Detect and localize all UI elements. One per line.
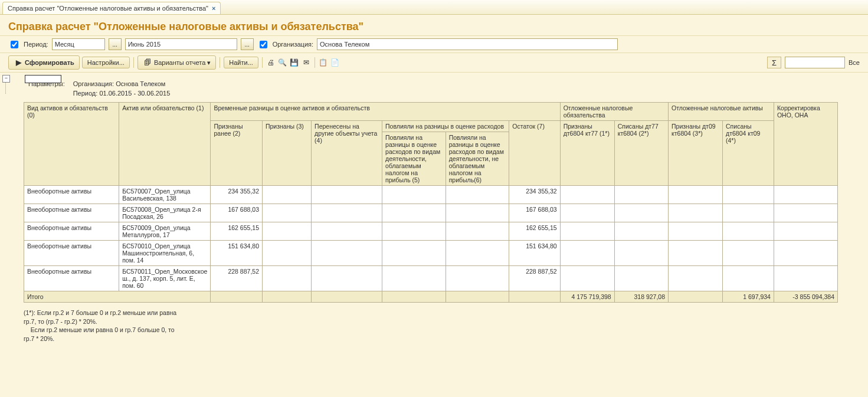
filter-bar: Период: Месяц ... Июнь 2015 ... Организа… [0,35,868,53]
preview-icon[interactable]: 🔍 [278,58,287,67]
separator [220,57,220,68]
cell-c2: 167 688,03 [211,204,263,222]
tab-title: Справка расчет "Отложенные налоговые акт… [8,5,208,12]
cell-c4 [312,222,382,241]
total-c4s: 1 697,934 [723,291,774,303]
variants-icon: 🗐 [143,58,152,67]
sum-button[interactable]: Σ [767,57,781,68]
cell-c2: 228 887,52 [211,266,263,291]
all-actions[interactable]: Все [849,59,860,66]
toolbar: ▶Сформировать Настройки... 🗐Варианты отч… [0,53,868,73]
cell-c4s [723,204,774,222]
cell-c6 [446,204,509,222]
col-corr: Корректировка ОНО, ОНА [774,103,837,186]
cell-corr [774,222,837,241]
org-checkbox[interactable] [260,41,267,48]
period-checkbox[interactable] [11,41,18,48]
period-type-dots[interactable]: ... [109,38,122,50]
cell-kind: Внеоборотные активы [24,266,119,291]
period-value-dots[interactable]: ... [241,38,254,50]
cell-c1s [560,266,614,291]
col-c3: Признаны (3) [262,121,311,186]
cell-c1s [560,222,614,241]
cell-c6 [446,186,509,204]
cell-c2: 162 655,15 [211,222,263,241]
cell-kind: Внеоборотные активы [24,204,119,222]
save-icon[interactable]: 💾 [290,58,299,67]
total-label: Итого [24,291,211,303]
selection-box [25,75,61,83]
variants-button[interactable]: 🗐Варианты отчета ▾ [137,55,216,70]
cell-c6 [446,222,509,241]
period-value-select[interactable]: Июнь 2015 [125,38,237,50]
col-c5: Повлияли на разницы в оценке расходов по… [382,132,446,186]
cell-c5 [382,266,446,291]
period-type-select[interactable]: Месяц [52,38,105,50]
col-kind: Вид активов и обязательств (0) [24,103,119,186]
copy-icon[interactable]: 📋 [319,58,328,67]
col-c2: Признаны ранее (2) [211,121,263,186]
cell-c7: 162 655,15 [509,222,560,241]
print-icon[interactable]: 🖨 [266,58,276,67]
col-c1s: Признаны дт6804 кт77 (1*) [560,121,614,186]
data-table: Вид активов и обязательств (0) Актив или… [24,102,838,303]
cell-asset: БС570009_Орел_улица Металлургов, 17 [119,222,211,241]
report-body: − Параметры:Организация: Основа Телеком … [0,73,868,355]
tab-bar: Справка расчет "Отложенные налоговые акт… [0,0,868,15]
cell-c2s [614,186,668,204]
cell-c3s [669,266,723,291]
params-period: Период: 01.06.2015 - 30.06.2015 [70,89,174,97]
cell-c7: 228 887,52 [509,266,560,291]
cell-c3s [669,241,723,266]
total-row: Итого4 175 719,398318 927,081 697,934-3 … [24,291,838,303]
table-row: Внеоборотные активыБС570007_Орел_улица В… [24,186,838,204]
cell-corr [774,241,837,266]
table-row: Внеоборотные активыБС570008_Орел_улица 2… [24,204,838,222]
footnote-2: Если гр.2 меньше или равна 0 и гр.7 боль… [24,326,189,343]
cell-c2: 234 355,32 [211,186,263,204]
total-corr: -3 855 094,384 [774,291,837,303]
cell-asset: БС570008_Орел_улица 2-я Посадская, 26 [119,204,211,222]
table-row: Внеоборотные активыБС570010_Орел_улица М… [24,241,838,266]
cell-c5 [382,186,446,204]
col-asset: Актив или обязательство (1) [119,103,211,186]
close-tab-icon[interactable]: × [212,5,215,12]
col-group-ono: Отложенные налоговые обязательства [560,103,668,121]
cell-c3s [669,186,723,204]
col-c3s: Признаны дт09 кт6804 (3*) [669,121,723,186]
settings-button[interactable]: Настройки... [82,57,130,68]
table-row: Внеоборотные активыБС570011_Орел_Московс… [24,266,838,291]
org-label: Организация: [273,41,313,48]
cell-c3 [262,266,311,291]
cell-c4 [312,266,382,291]
cell-corr [774,186,837,204]
mail-icon[interactable]: ✉ [302,58,311,67]
separator [262,57,263,68]
cell-kind: Внеоборотные активы [24,222,119,241]
col-c6: Повлияли на разницы в оценке расходов по… [446,132,509,186]
cell-c3s [669,222,723,241]
cell-c3s [669,204,723,222]
cell-c3 [262,222,311,241]
cell-kind: Внеоборотные активы [24,241,119,266]
cell-c4s [723,266,774,291]
cell-c4 [312,241,382,266]
cell-asset: БС570010_Орел_улица Машиностроительная, … [119,241,211,266]
active-tab[interactable]: Справка расчет "Отложенные налоговые акт… [2,2,221,14]
form-button[interactable]: ▶Сформировать [8,55,80,70]
cell-c1s [560,186,614,204]
separator [315,57,315,68]
play-icon: ▶ [14,58,23,67]
org-select[interactable]: Основа Телеком [317,38,618,50]
paste-icon[interactable]: 📄 [330,58,340,67]
cell-c1s [560,241,614,266]
cell-c3 [262,186,311,204]
separator [133,57,134,68]
col-c2s: Списаны дт77 кт6804 (2*) [614,121,668,186]
cell-c5 [382,241,446,266]
cell-c5 [382,222,446,241]
footnote-1: (1*): Если гр.2 и 7 больше 0 и гр.2 мень… [24,309,189,326]
page-title: Справка расчет "Отложенные налоговые акт… [0,15,868,35]
total-c1s: 4 175 719,398 [560,291,614,303]
find-button[interactable]: Найти... [224,57,258,68]
